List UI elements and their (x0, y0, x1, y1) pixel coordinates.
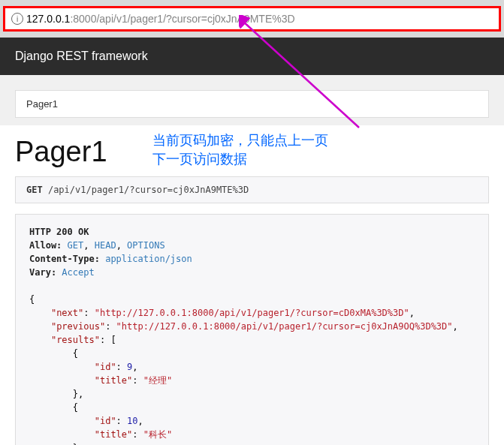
title-row: Pager1 当前页码加密，只能点上一页 下一页访问数据 (15, 125, 489, 169)
item1-id-key: "id" (95, 362, 116, 372)
item1-id-val: 9 (127, 362, 132, 372)
url-text: 127.0.0.1:8000/api/v1/pager1/?cursor=cj0… (26, 13, 295, 25)
item2-title-key: "title" (95, 429, 133, 440)
next-val: "http://127.0.0.1:8000/api/v1/pager1/?cu… (95, 308, 409, 318)
url-bar-container: i 127.0.0.1:8000/api/v1/pager1/?cursor=c… (0, 0, 504, 38)
request-path: /api/v1/pager1/?cursor=cj0xJnA9MTE%3D (48, 185, 249, 195)
content-area: Pager1 (0, 75, 504, 125)
allow-head: HEAD (95, 240, 116, 251)
vary-label: Vary: (29, 267, 56, 278)
breadcrumb: Pager1 (15, 90, 489, 118)
allow-get: GET (68, 240, 84, 251)
request-method: GET (26, 185, 43, 195)
item1-title-val: "经理" (143, 375, 172, 386)
brand-label[interactable]: Django REST framework (15, 50, 148, 62)
url-bar[interactable]: i 127.0.0.1:8000/api/v1/pager1/?cursor=c… (3, 6, 501, 32)
prev-val: "http://127.0.0.1:8000/api/v1/pager1/?cu… (116, 321, 453, 332)
content-type-value: application/json (105, 254, 192, 264)
allow-label: Allow: (29, 240, 62, 251)
next-key: "next" (51, 308, 83, 318)
item2-title-val: "科长" (143, 429, 172, 440)
annotation-text: 当前页码加密，只能点上一页 下一页访问数据 (152, 131, 328, 169)
status-line: HTTP 200 OK (29, 227, 89, 237)
allow-options: OPTIONS (127, 240, 165, 251)
app-header: Django REST framework (0, 38, 504, 75)
item2-id-key: "id" (95, 416, 116, 426)
response-block: HTTP 200 OK Allow: GET, HEAD, OPTIONS Co… (15, 214, 489, 445)
content-type-label: Content-Type: (29, 254, 100, 264)
item1-title-key: "title" (95, 375, 133, 386)
url-rest: :8000/api/v1/pager1/?cursor=cj0xJnA9MTE%… (70, 13, 294, 25)
breadcrumb-item[interactable]: Pager1 (26, 98, 58, 110)
request-line: GET /api/v1/pager1/?cursor=cj0xJnA9MTE%3… (15, 176, 489, 203)
prev-key: "previous" (51, 321, 105, 332)
page-title: Pager1 (15, 136, 107, 168)
vary-value: Accept (62, 267, 94, 278)
url-host: 127.0.0.1 (26, 13, 70, 25)
info-icon[interactable]: i (11, 13, 23, 25)
results-key: "results" (51, 335, 100, 345)
main-content: Pager1 当前页码加密，只能点上一页 下一页访问数据 GET /api/v1… (0, 125, 504, 445)
item2-id-val: 10 (127, 416, 137, 426)
